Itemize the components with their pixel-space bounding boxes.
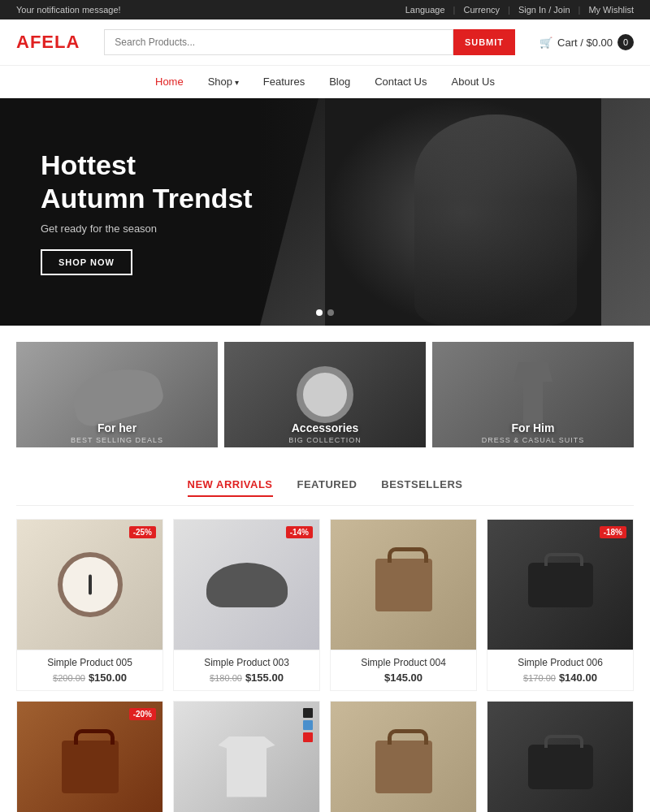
product-card-8[interactable]: Simple Product 010 $140.00 <box>487 701 634 812</box>
search-input[interactable] <box>104 29 453 55</box>
product-price-3: $145.00 <box>339 672 468 684</box>
product-image-2 <box>174 520 319 650</box>
bag-icon-2 <box>375 741 432 793</box>
discount-badge-2: -14% <box>286 526 313 538</box>
tab-featured[interactable]: FEATURED <box>297 478 358 497</box>
bag-icon <box>375 559 432 611</box>
notification-message: Your notification message! <box>16 5 121 15</box>
product-info-4: Simple Product 006 $170.00$140.00 <box>488 650 633 690</box>
product-info-2: Simple Product 003 $180.00$155.00 <box>174 650 319 690</box>
swatch-blue[interactable] <box>303 720 313 730</box>
product-image-7 <box>331 702 476 812</box>
product-tabs: NEW ARRIVALS FEATURED BESTSELLERS <box>16 464 634 506</box>
product-image-6 <box>174 702 319 812</box>
black-bag-icon-2 <box>528 745 593 789</box>
product-image-3 <box>331 520 476 650</box>
product-info-1: Simple Product 005 $200.00$150.00 <box>17 650 162 690</box>
nav-blog[interactable]: Blog <box>329 76 350 88</box>
category-accessories-sub: BIG COLLECTION <box>224 436 426 444</box>
category-accessories[interactable]: Accessories BIG COLLECTION <box>224 342 426 447</box>
shoe-icon <box>206 563 288 607</box>
language-selector[interactable]: Language <box>405 5 445 15</box>
cart-label: Cart / $0.00 <box>557 37 613 49</box>
notification-bar: Your notification message! Language | Cu… <box>0 0 650 19</box>
hero-subtitle: Get ready for the season <box>41 222 253 235</box>
product-name-2: Simple Product 003 <box>182 657 311 668</box>
discount-badge-5: -20% <box>129 708 156 720</box>
product-card-7[interactable]: Simple Product 009 $145.00 <box>330 701 477 812</box>
nav-shop[interactable]: Shop <box>208 76 239 88</box>
nav-about[interactable]: About Us <box>452 76 495 88</box>
discount-badge-1: -25% <box>129 526 156 538</box>
category-for-her-label: For her <box>16 421 218 434</box>
product-name-3: Simple Product 004 <box>339 657 468 668</box>
logo[interactable]: AFELA <box>16 32 80 53</box>
product-image-1 <box>17 520 162 650</box>
cart-area[interactable]: 🛒 Cart / $0.00 0 <box>540 34 634 50</box>
logo-prefix: A <box>16 32 30 52</box>
product-grid: -25% Simple Product 005 $200.00$150.00 -… <box>0 506 650 812</box>
brown-bag-icon <box>62 741 119 793</box>
tab-new-arrivals[interactable]: NEW ARRIVALS <box>188 478 273 497</box>
hero-person-image <box>325 98 601 326</box>
hero-shop-now-button[interactable]: SHOP NOW <box>41 249 132 275</box>
product-price-1: $200.00$150.00 <box>25 672 154 684</box>
product-card-3[interactable]: Simple Product 004 $145.00 <box>330 519 477 691</box>
nav-home[interactable]: Home <box>155 76 184 88</box>
category-for-her[interactable]: For her BEST SELLING DEALS <box>16 342 218 447</box>
category-for-him-sub: DRESS & CASUAL SUITS <box>432 436 634 444</box>
topbar-links: Language | Currency | Sign In / Join | M… <box>405 5 634 15</box>
product-card-6[interactable]: Simple Product 008 $89.00 <box>173 701 320 812</box>
wishlist-link[interactable]: My Wishlist <box>588 5 634 15</box>
product-card-2[interactable]: -14% Simple Product 003 $180.00$155.00 <box>173 519 320 691</box>
hero-content: Hottest Autumn Trendst Get ready for the… <box>0 149 253 276</box>
sign-in-link[interactable]: Sign In / Join <box>518 5 570 15</box>
shoes-icon <box>67 360 167 430</box>
hero-headline: Hottest Autumn Trendst <box>41 149 253 215</box>
product-price-2: $180.00$155.00 <box>182 672 311 684</box>
suits-icon <box>509 362 557 427</box>
hero-dot-1[interactable] <box>316 309 323 316</box>
nav-contact[interactable]: Contact Us <box>375 76 427 88</box>
product-card-4[interactable]: -18% Simple Product 006 $170.00$140.00 <box>487 519 634 691</box>
category-section: For her BEST SELLING DEALS Accessories B… <box>0 326 650 464</box>
swatch-red[interactable] <box>303 732 313 742</box>
search-button[interactable]: SUBMIT <box>453 29 515 55</box>
color-swatches-6 <box>303 708 313 742</box>
product-name-4: Simple Product 006 <box>496 657 625 668</box>
product-info-3: Simple Product 004 $145.00 <box>331 650 476 690</box>
swatch-black[interactable] <box>303 708 313 718</box>
product-image-4 <box>488 520 633 650</box>
category-for-him[interactable]: For Him DRESS & CASUAL SUITS <box>432 342 634 447</box>
category-for-him-label: For Him <box>432 421 634 434</box>
hero-dot-2[interactable] <box>327 309 334 316</box>
hero-banner: Hottest Autumn Trendst Get ready for the… <box>0 98 650 326</box>
cart-icon: 🛒 <box>540 37 552 49</box>
product-card-1[interactable]: -25% Simple Product 005 $200.00$150.00 <box>16 519 163 691</box>
tab-bestsellers[interactable]: BESTSELLERS <box>381 478 462 497</box>
nav-features[interactable]: Features <box>263 76 305 88</box>
polo-icon <box>219 736 275 797</box>
black-bag-icon <box>528 563 593 607</box>
logo-name: FELA <box>30 32 80 52</box>
discount-badge-4: -18% <box>600 526 626 538</box>
search-bar: SUBMIT <box>104 29 515 55</box>
hero-dots <box>316 309 334 316</box>
header: AFELA SUBMIT 🛒 Cart / $0.00 0 <box>0 19 650 66</box>
product-price-4: $170.00$140.00 <box>496 672 625 684</box>
watch-icon <box>58 552 123 617</box>
product-image-8 <box>488 702 633 812</box>
currency-selector[interactable]: Currency <box>463 5 500 15</box>
category-for-her-sub: BEST SELLING DEALS <box>16 436 218 444</box>
product-card-5[interactable]: -20% Simple Product 007 $170.00$135.00 <box>16 701 163 812</box>
category-accessories-label: Accessories <box>224 421 426 434</box>
main-nav: Home Shop Features Blog Contact Us About… <box>0 66 650 98</box>
cart-count: 0 <box>618 34 634 50</box>
watches-icon <box>297 366 353 423</box>
product-name-1: Simple Product 005 <box>25 657 154 668</box>
